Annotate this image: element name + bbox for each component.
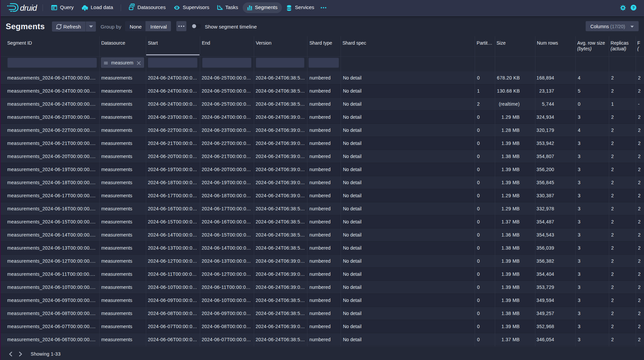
svg-text:?: ? bbox=[632, 6, 635, 10]
